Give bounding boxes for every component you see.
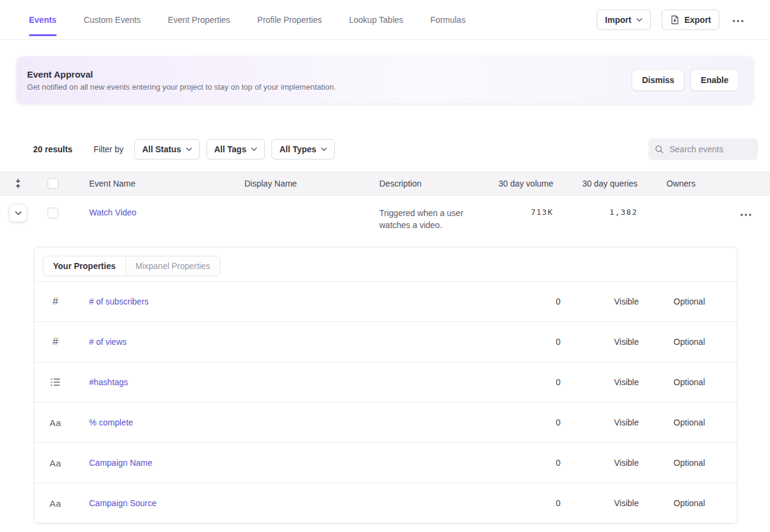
property-count: 0 bbox=[500, 498, 560, 508]
lexicon-tabs: Events Custom Events Event Properties Pr… bbox=[29, 0, 465, 39]
header-30-day-queries: 30 day queries bbox=[553, 179, 638, 188]
properties-list: # # of subscribers 0 Visible Optional # … bbox=[34, 282, 737, 524]
property-name-link[interactable]: Campaign Name bbox=[76, 458, 500, 468]
property-row: Aa % complete 0 Visible Optional bbox=[34, 403, 737, 443]
property-visibility: Visible bbox=[560, 418, 639, 427]
nav-tab[interactable]: Custom Events bbox=[84, 0, 141, 39]
import-button[interactable]: Import bbox=[597, 10, 651, 30]
property-visibility: Visible bbox=[560, 458, 639, 468]
export-csv-icon bbox=[670, 15, 680, 25]
header-description: Description bbox=[379, 179, 481, 188]
top-nav: Events Custom Events Event Properties Pr… bbox=[0, 0, 770, 40]
header-event-name: Event Name bbox=[70, 179, 244, 188]
property-count: 0 bbox=[500, 297, 560, 306]
nav-tab[interactable]: Formulas bbox=[430, 0, 465, 39]
event-approval-banner: Event Approval Get notified on all new e… bbox=[17, 57, 753, 104]
event-name-link[interactable]: Watch Video bbox=[70, 203, 244, 217]
event-row: Watch Video Triggered when a user watche… bbox=[0, 196, 770, 242]
properties-tab-group: Your Properties Mixpanel Properties bbox=[43, 256, 220, 276]
filter-dropdowns: All Status All Tags All Types bbox=[123, 139, 335, 159]
chevron-down-icon bbox=[15, 211, 22, 215]
property-count: 0 bbox=[500, 458, 560, 468]
property-name-link[interactable]: # of subscribers bbox=[76, 297, 500, 306]
properties-tab[interactable]: Your Properties bbox=[43, 256, 125, 276]
events-table-header: Event Name Display Name Description 30 d… bbox=[0, 172, 770, 196]
property-type-icon: # bbox=[34, 295, 76, 308]
property-name-link[interactable]: % complete bbox=[76, 418, 500, 427]
property-type-icon: Aa bbox=[34, 458, 76, 468]
chevron-down-icon bbox=[251, 147, 257, 151]
results-count: 20 results bbox=[33, 144, 72, 154]
collapse-all-icon[interactable] bbox=[14, 179, 22, 188]
more-dots-icon bbox=[741, 209, 751, 218]
property-count: 0 bbox=[500, 377, 560, 387]
select-all-checkbox[interactable] bbox=[48, 178, 58, 189]
property-requirement: Optional bbox=[639, 297, 705, 306]
chevron-down-icon bbox=[636, 18, 642, 22]
event-30-day-queries: 1,382 bbox=[553, 203, 638, 217]
nav-tab[interactable]: Lookup Tables bbox=[349, 0, 403, 39]
row-menu-button[interactable] bbox=[738, 206, 754, 220]
event-description: Triggered when a user watches a video. bbox=[379, 203, 481, 231]
property-name-link[interactable]: Campaign Source bbox=[76, 498, 500, 508]
property-type-icon: # bbox=[34, 336, 76, 348]
nav-actions: Import Export bbox=[597, 10, 746, 30]
property-visibility: Visible bbox=[560, 297, 639, 306]
chevron-down-icon bbox=[321, 147, 327, 151]
property-row: Aa Campaign Name 0 Visible Optional bbox=[34, 443, 737, 483]
property-requirement: Optional bbox=[639, 458, 705, 468]
banner-title: Event Approval bbox=[27, 69, 336, 79]
filter-dropdown[interactable]: All Tags bbox=[206, 139, 265, 159]
property-requirement: Optional bbox=[639, 418, 705, 427]
banner-actions: Dismiss Enable bbox=[632, 69, 739, 91]
expander-cell bbox=[0, 203, 36, 222]
collapse-all-cell bbox=[0, 179, 36, 188]
more-dots-icon bbox=[733, 15, 744, 24]
property-visibility: Visible bbox=[560, 377, 639, 387]
more-menu-button[interactable] bbox=[730, 13, 746, 26]
row-menu-cell bbox=[722, 203, 770, 220]
properties-tabs-header: Your Properties Mixpanel Properties bbox=[34, 247, 737, 282]
search-box[interactable] bbox=[648, 138, 758, 160]
property-row: #hashtags 0 Visible Optional bbox=[34, 362, 737, 403]
properties-tab[interactable]: Mixpanel Properties bbox=[125, 256, 220, 276]
select-all-cell bbox=[36, 178, 70, 189]
enable-button[interactable]: Enable bbox=[691, 69, 739, 91]
property-type-icon: Aa bbox=[34, 498, 76, 509]
collapse-row-button[interactable] bbox=[9, 204, 27, 222]
header-display-name: Display Name bbox=[244, 179, 379, 188]
property-count: 0 bbox=[500, 418, 560, 427]
property-name-link[interactable]: # of views bbox=[76, 337, 500, 347]
property-name-link[interactable]: #hashtags bbox=[76, 377, 500, 387]
nav-tab[interactable]: Event Properties bbox=[168, 0, 231, 39]
property-visibility: Visible bbox=[560, 337, 639, 347]
filter-dropdown[interactable]: All Types bbox=[272, 139, 335, 159]
banner-description: Get notified on all new events entering … bbox=[27, 82, 336, 91]
search-input[interactable] bbox=[669, 144, 752, 154]
property-requirement: Optional bbox=[639, 337, 705, 347]
row-checkbox[interactable] bbox=[48, 208, 58, 218]
filter-bar: 20 results Filter by All Status All Tags… bbox=[33, 138, 758, 161]
property-row: Aa Campaign Source 0 Visible Optional bbox=[34, 483, 737, 524]
row-select-cell bbox=[36, 203, 70, 218]
event-properties-panel: Your Properties Mixpanel Properties # # … bbox=[34, 247, 737, 524]
property-row: # # of views 0 Visible Optional bbox=[34, 322, 737, 362]
export-button[interactable]: Export bbox=[662, 10, 719, 30]
search-icon bbox=[654, 144, 664, 154]
header-30-day-volume: 30 day volume bbox=[481, 179, 553, 188]
property-count: 0 bbox=[500, 337, 560, 347]
dismiss-button[interactable]: Dismiss bbox=[632, 69, 685, 91]
chevron-down-icon bbox=[186, 147, 192, 151]
property-requirement: Optional bbox=[639, 498, 705, 508]
property-type-icon bbox=[34, 378, 76, 386]
property-requirement: Optional bbox=[639, 377, 705, 387]
filter-by-label: Filter by bbox=[93, 144, 123, 154]
header-owners: Owners bbox=[638, 179, 722, 188]
property-type-icon: Aa bbox=[34, 418, 76, 428]
nav-tab[interactable]: Profile Properties bbox=[257, 0, 321, 39]
banner-text: Event Approval Get notified on all new e… bbox=[27, 69, 336, 91]
property-row: # # of subscribers 0 Visible Optional bbox=[34, 282, 737, 322]
nav-tab[interactable]: Events bbox=[29, 0, 57, 39]
filter-dropdown[interactable]: All Status bbox=[134, 139, 200, 159]
property-visibility: Visible bbox=[560, 498, 639, 508]
